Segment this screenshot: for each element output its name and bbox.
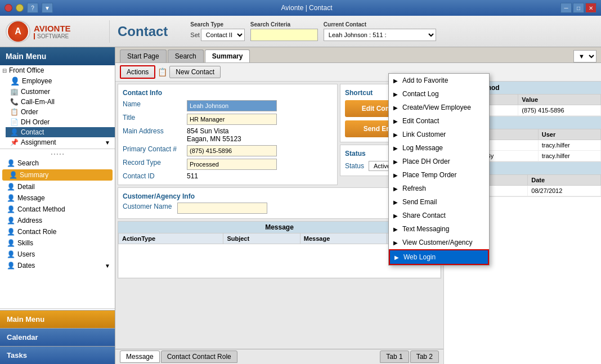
- menu-label-view-customer: View Customer/Agency: [402, 239, 473, 246]
- contact-id-label: Contact ID: [123, 172, 185, 180]
- nav-icon-address: 👤: [7, 217, 15, 224]
- menu-label-edit-contact: Edit Contact: [402, 117, 439, 125]
- menu-item-place-temp-order[interactable]: ▶ Place Temp Order: [389, 168, 489, 182]
- nav-label-address: Address: [17, 217, 42, 224]
- address-value: 854 Sun Vista Eagan, MN 55123: [187, 127, 333, 143]
- bottom-tab-contact-role[interactable]: Contact Contact Role: [161, 350, 237, 363]
- tab-search[interactable]: Search: [168, 50, 204, 62]
- menu-item-log-message[interactable]: ▶ Log Message: [389, 141, 489, 155]
- menu-label-send-email: Send Email: [402, 198, 437, 206]
- actions-button[interactable]: Actions: [120, 65, 155, 79]
- nav-icon-skills: 👤: [7, 239, 15, 247]
- new-contact-button[interactable]: New Contact: [169, 66, 221, 78]
- record-type-label: Record Type: [123, 159, 185, 170]
- menu-item-view-customer[interactable]: ▶ View Customer/Agency: [389, 236, 489, 249]
- tab-bar: Start Page Search Summary ▼: [115, 47, 601, 63]
- sidebar-nav-detail[interactable]: 👤 Detail: [0, 181, 115, 192]
- title-field[interactable]: [187, 114, 277, 125]
- sidebar-nav-dates[interactable]: 👤 Dates ▼: [0, 260, 115, 271]
- arrow-icon: ▶: [393, 91, 398, 97]
- users-value-2: tracy.hilfer: [538, 151, 600, 161]
- sidebar-nav-contact-method[interactable]: 👤 Contact Method: [0, 204, 115, 215]
- primary-label: Primary Contact #: [123, 145, 185, 156]
- dropdown-icon[interactable]: ▼: [42, 3, 53, 13]
- menu-item-share-contact[interactable]: ▶ Share Contact: [389, 209, 489, 222]
- sidebar-nav-message[interactable]: 👤 Message: [0, 192, 115, 204]
- current-contact-select[interactable]: Leah Johnson : 511 :: [324, 29, 436, 41]
- nav-label-detail: Detail: [17, 183, 35, 191]
- menu-label-web-login: Web Login: [403, 253, 436, 261]
- nav-label-contact-role: Contact Role: [17, 228, 56, 236]
- arrow-icon: ▶: [393, 240, 398, 246]
- sidebar-nav-summary[interactable]: 👤 Summary: [2, 169, 113, 181]
- menu-item-web-login[interactable]: ▶ Web Login: [389, 249, 489, 265]
- tree-label-dhorder: DH Order: [21, 118, 50, 126]
- menu-item-edit-contact[interactable]: ▶ Edit Contact: [389, 114, 489, 128]
- tab-start-page[interactable]: Start Page: [120, 50, 167, 62]
- nav-icon-summary: 👤: [9, 171, 17, 179]
- maximize-btn[interactable]: □: [573, 3, 584, 13]
- close-btn[interactable]: ✕: [585, 3, 596, 13]
- minimize-window-btn[interactable]: [16, 4, 24, 12]
- arrow-icon: ▶: [393, 159, 398, 165]
- sidebar-nav-address[interactable]: 👤 Address: [0, 215, 115, 226]
- tree-item-call-em-all[interactable]: 📞 Call-Em-All: [6, 97, 115, 107]
- scroll-down-icon: ▼: [105, 140, 110, 146]
- users-value-1: tracy.hilfer: [538, 140, 600, 151]
- close-window-btn[interactable]: [5, 4, 12, 12]
- help-icon[interactable]: ?: [27, 3, 38, 13]
- tree-item-contact[interactable]: 👤 Contact: [6, 127, 115, 137]
- menu-item-contact-log[interactable]: ▶ Contact Log: [389, 87, 489, 101]
- search-criteria-label: Search Criteria: [250, 21, 318, 28]
- search-criteria-input[interactable]: [250, 29, 318, 41]
- minimize-btn[interactable]: ─: [560, 3, 572, 13]
- tree-item-front-office[interactable]: ⊟ Front Office: [0, 65, 115, 75]
- nav-icon-contact-method: 👤: [7, 205, 15, 213]
- menu-item-place-dh-order[interactable]: ▶ Place DH Order: [389, 155, 489, 168]
- main-menu-footer-btn[interactable]: Main Menu: [0, 310, 115, 328]
- name-field[interactable]: [187, 100, 277, 111]
- bottom-tab-1[interactable]: Tab 1: [380, 350, 409, 363]
- actions-dropdown-menu: ▶ Add to Favorite ▶ Contact Log ▶ Create…: [388, 73, 490, 266]
- app-sub: SOFTWARE: [34, 33, 71, 39]
- menu-label-text-messaging: Text Messaging: [402, 225, 449, 233]
- tree-item-customer[interactable]: 🏢 Customer: [6, 87, 115, 97]
- search-type-control: Set Contact II: [190, 29, 245, 41]
- tree-item-employee[interactable]: 👤 Employee: [6, 75, 115, 87]
- menu-item-create-view-employee[interactable]: ▶ Create/View Employee: [389, 101, 489, 114]
- bottom-tab-message[interactable]: Message: [120, 350, 160, 363]
- content-area: Start Page Search Summary ▼ Actions 📋 Ne…: [115, 47, 601, 364]
- menu-item-link-customer[interactable]: ▶ Link Customer: [389, 128, 489, 141]
- tree-item-order[interactable]: 📋 Order: [6, 107, 115, 117]
- tasks-footer-btn[interactable]: Tasks: [0, 346, 115, 364]
- menu-item-text-messaging[interactable]: ▶ Text Messaging: [389, 222, 489, 236]
- record-type-field-container: [187, 159, 333, 170]
- bottom-tab-2[interactable]: Tab 2: [410, 350, 439, 363]
- tree-label-order: Order: [21, 108, 38, 116]
- tree-item-dh-order[interactable]: 📄 DH Order: [6, 117, 115, 127]
- contact-type-select[interactable]: Contact II: [201, 29, 245, 41]
- menu-item-add-favorite[interactable]: ▶ Add to Favorite: [389, 74, 489, 87]
- primary-field[interactable]: [187, 145, 277, 156]
- sidebar-nav-skills[interactable]: 👤 Skills: [0, 237, 115, 249]
- record-type-field[interactable]: [187, 159, 277, 170]
- address-line1: 854 Sun Vista: [187, 127, 333, 135]
- menu-item-refresh[interactable]: ▶ Refresh: [389, 182, 489, 195]
- nav-label-dates: Dates: [17, 262, 35, 269]
- dates-scroll-icon: ▼: [105, 263, 110, 269]
- sidebar-nav-search[interactable]: 👤 Search: [0, 158, 115, 169]
- nav-label-skills: Skills: [17, 239, 33, 247]
- tab-dropdown[interactable]: ▼: [573, 50, 596, 62]
- main-panel: Contact Info Name Title Main Address: [115, 82, 601, 364]
- tree-item-assignment[interactable]: 📌 Assignment ▼: [6, 137, 115, 147]
- actions-bar: Actions 📋 New Contact: [115, 63, 601, 82]
- sidebar-nav-users[interactable]: 👤 Users: [0, 249, 115, 260]
- calendar-footer-btn[interactable]: Calendar: [0, 328, 115, 346]
- customer-name-field[interactable]: [177, 203, 267, 214]
- bottom-tabs-bar: Message Contact Contact Role Tab 1 Tab 2: [115, 349, 443, 364]
- menu-item-send-email[interactable]: ▶ Send Email: [389, 195, 489, 209]
- sidebar-nav-contact-role[interactable]: 👤 Contact Role: [0, 226, 115, 237]
- tab-summary[interactable]: Summary: [205, 50, 250, 62]
- sidebar-divider: [0, 149, 115, 149]
- col-subject: Subject: [223, 233, 300, 244]
